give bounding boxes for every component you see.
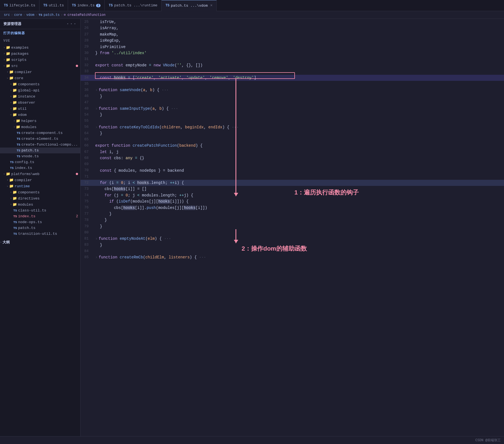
item-label: observer — [18, 101, 80, 105]
tab-util[interactable]: TS util.ts — [39, 0, 68, 11]
item-label: modules — [21, 125, 80, 129]
code-area: 25 isTrUe, 26 isArray, 27 makeMap, 28 is… — [81, 19, 504, 436]
item-label: 大纲 — [2, 240, 80, 245]
ts-icon: TS — [13, 232, 17, 236]
line-number: 68 — [81, 155, 93, 161]
line-number: 85 — [81, 254, 93, 260]
item-label: scripts — [11, 58, 80, 62]
sidebar-item-platforms-web[interactable]: › 📁 platforms\web — [0, 171, 80, 177]
sidebar-item-helpers[interactable]: › 📁 helpers — [0, 118, 80, 124]
sidebar-item-modules2[interactable]: › 📁 modules — [0, 201, 80, 208]
arrow-icon: › — [10, 107, 12, 110]
line-number: 78 — [81, 217, 93, 223]
sidebar-item-patch[interactable]: TS patch.ts — [0, 148, 80, 153]
item-label: index.ts — [18, 214, 76, 218]
sidebar-item-outline[interactable]: › 大纲 — [0, 239, 80, 246]
tab-patch-runtime[interactable]: TS patch.ts ...\runtime — [105, 0, 161, 11]
sidebar-item-create-component[interactable]: TS create-component.ts — [0, 130, 80, 136]
sidebar-item-vdom[interactable]: › 📁 vdom — [0, 112, 80, 118]
line-number: 56 — [81, 124, 93, 130]
sidebar-item-create-functional[interactable]: TS create-functional-compo... — [0, 142, 80, 148]
sidebar-item-create-element[interactable]: TS create-element.ts — [0, 136, 80, 142]
sidebar-item-runtime[interactable]: › 📁 runtime — [0, 183, 80, 189]
sidebar-item-core[interactable]: › 📁 core — [0, 75, 80, 81]
tab-index[interactable]: TS index.ts 2 — [68, 0, 105, 11]
line-content: export function createPatchFunction(back… — [93, 143, 504, 149]
sidebar-title: 资源管理器 — [3, 21, 21, 26]
sidebar-item-directives[interactable]: › 📁 directives — [0, 195, 80, 201]
sidebar-item-global-api[interactable]: › 📁 global-api — [0, 87, 80, 93]
item-label: create-element.ts — [21, 137, 80, 141]
line-number: 74 — [81, 192, 93, 198]
code-line-80: 80 — [81, 230, 504, 236]
sidebar-item-examples[interactable]: › 📁 examples — [0, 44, 80, 51]
sidebar-item-src[interactable]: › 📁 src — [0, 63, 80, 69]
item-label: patch.ts — [21, 148, 80, 153]
line-content: let i, j — [93, 149, 504, 155]
tab-label: index.ts — [77, 3, 94, 8]
sidebar-item-config[interactable]: TS config.ts — [0, 159, 80, 165]
code-wrapper: 25 isTrUe, 26 isArray, 27 makeMap, 28 is… — [81, 19, 504, 260]
line-number: 83 — [81, 242, 93, 248]
line-number: 48 — [81, 106, 93, 112]
crumb-vdom: vdom — [26, 13, 34, 17]
sidebar-item-scripts[interactable]: › 📁 scripts — [0, 57, 80, 63]
code-line-29: 29 isPrimitive — [81, 44, 504, 50]
ts-icon: TS — [10, 166, 14, 170]
more-icon[interactable]: ··· — [66, 21, 77, 27]
line-content: const cbs: any = {} — [93, 155, 504, 161]
item-label: create-component.ts — [21, 131, 80, 135]
line-content: ›function createRmCb(childElm, listeners… — [93, 254, 504, 260]
folder-icon: 📁 — [12, 106, 17, 111]
code-line-78: 78 } — [81, 217, 504, 223]
sidebar-item-compiler2[interactable]: › 📁 compiler — [0, 177, 80, 183]
sidebar-item-class-util[interactable]: TS class-util.ts — [0, 208, 80, 213]
code-line-34: 34 const hooks = ['create', 'activate', … — [81, 75, 504, 81]
sidebar-item-compiler[interactable]: › 📁 compiler — [0, 69, 80, 75]
sidebar-item-util[interactable]: › 📁 util — [0, 106, 80, 112]
code-line-72: 72 for (i = 0; i < hooks.length; ++i) { — [81, 180, 504, 186]
code-line-36: 36 ›function sameVnode(a, b) { ··· — [81, 87, 504, 93]
line-content: } — [93, 93, 504, 99]
sidebar-item-transition-util[interactable]: TS transition-util.ts — [0, 231, 80, 237]
code-line-67: 67 let i, j — [81, 149, 504, 155]
code-line-55: 55 — [81, 118, 504, 124]
sidebar-item-vnode[interactable]: TS vnode.ts — [0, 153, 80, 159]
item-label: compiler — [15, 70, 80, 74]
code-line-35: 35 — [81, 81, 504, 87]
code-line-66: 66 export function createPatchFunction(b… — [81, 143, 504, 149]
code-line-83: 83 } — [81, 242, 504, 248]
line-number: 25 — [81, 19, 93, 25]
code-line-81: 81 ›function emptyNodeAt(elm) { ··· — [81, 236, 504, 242]
arrow-icon: › — [10, 95, 12, 98]
sidebar-item-patch2[interactable]: TS patch.ts — [0, 225, 80, 231]
sidebar-item-index2[interactable]: TS index.ts 2 — [0, 213, 80, 219]
sidebar-item-packages[interactable]: › 📁 packages — [0, 51, 80, 57]
sidebar-item-components2[interactable]: › 📁 components — [0, 189, 80, 195]
folder-icon: 📁 — [12, 196, 17, 201]
code-line-54: 54 } — [81, 112, 504, 118]
sidebar-item-components[interactable]: › 📁 components — [0, 81, 80, 87]
ts-badge: TS — [4, 4, 8, 8]
sidebar-item-observer[interactable]: › 📁 observer — [0, 99, 80, 106]
folder-icon: 📁 — [9, 76, 14, 80]
line-number: 65 — [81, 136, 93, 143]
tab-patch-vdom[interactable]: TS patch.ts ...\vdom × — [162, 0, 217, 11]
crumb-icon: ⊙ — [64, 13, 66, 17]
item-label: helpers — [21, 119, 80, 123]
close-icon[interactable]: × — [210, 3, 212, 8]
sidebar-item-index[interactable]: TS index.ts — [0, 165, 80, 171]
sidebar-item-modules[interactable]: › 📁 modules — [0, 124, 80, 130]
sidebar-item-instance[interactable]: › 📁 instance — [0, 93, 80, 99]
item-label: core — [15, 76, 80, 80]
tab-lifecycle[interactable]: TS lifecycle.ts — [0, 0, 39, 11]
line-number: 30 — [81, 50, 93, 56]
item-label: components — [18, 190, 80, 194]
ts-icon: TS — [13, 215, 17, 218]
item-label: patch.ts — [18, 226, 80, 230]
sidebar-item-node-ops[interactable]: TS node-ops.ts — [0, 219, 80, 225]
item-label: instance — [18, 94, 80, 99]
folder-icon: 📁 — [6, 58, 10, 62]
item-label: components — [18, 82, 80, 86]
line-content: const hooks = ['create', 'activate', 'up… — [93, 75, 504, 81]
